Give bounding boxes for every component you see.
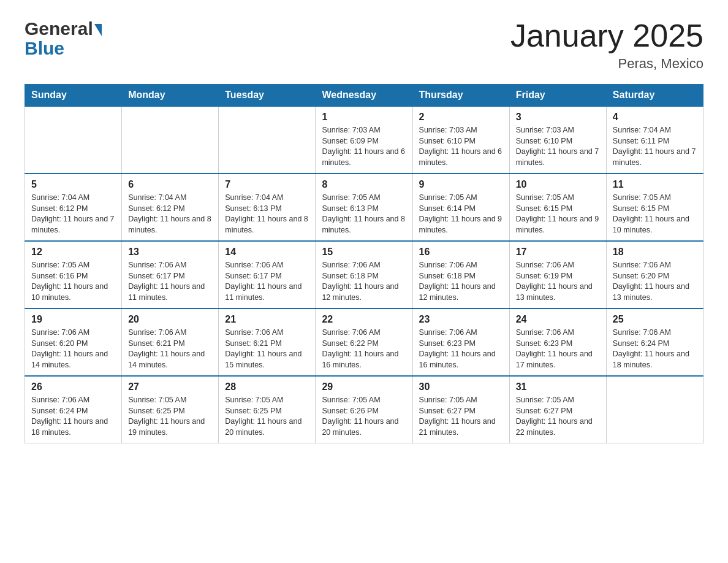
week-row: 5Sunrise: 7:04 AMSunset: 6:12 PMDaylight… [25,174,703,241]
calendar-cell: 7Sunrise: 7:04 AMSunset: 6:13 PMDaylight… [219,174,316,241]
day-number: 13 [128,247,212,258]
calendar-cell: 2Sunrise: 7:03 AMSunset: 6:10 PMDaylight… [412,106,509,174]
day-info: Sunrise: 7:03 AMSunset: 6:10 PMDaylight:… [419,125,503,168]
day-number: 10 [516,179,600,190]
day-number: 2 [419,112,503,123]
day-number: 4 [613,112,697,123]
calendar-cell: 3Sunrise: 7:03 AMSunset: 6:10 PMDaylight… [509,106,606,174]
day-number: 3 [516,112,600,123]
day-number: 25 [613,314,697,325]
day-number: 26 [31,381,115,393]
month-title: January 2025 [510,18,703,53]
day-number: 7 [225,179,309,190]
calendar-cell: 15Sunrise: 7:06 AMSunset: 6:18 PMDayligh… [316,241,412,308]
day-number: 20 [128,314,212,325]
day-info: Sunrise: 7:06 AMSunset: 6:20 PMDaylight:… [31,327,115,370]
calendar-cell: 29Sunrise: 7:05 AMSunset: 6:26 PMDayligh… [316,376,412,443]
day-number: 27 [128,381,212,393]
calendar-cell: 28Sunrise: 7:05 AMSunset: 6:25 PMDayligh… [219,376,316,443]
day-info: Sunrise: 7:05 AMSunset: 6:14 PMDaylight:… [419,193,503,236]
calendar-cell: 8Sunrise: 7:05 AMSunset: 6:13 PMDaylight… [316,174,412,241]
day-info: Sunrise: 7:06 AMSunset: 6:18 PMDaylight:… [322,260,406,303]
day-number: 6 [128,179,212,190]
calendar-cell: 11Sunrise: 7:05 AMSunset: 6:15 PMDayligh… [606,174,703,241]
day-info: Sunrise: 7:06 AMSunset: 6:18 PMDaylight:… [419,260,503,303]
day-info: Sunrise: 7:06 AMSunset: 6:23 PMDaylight:… [516,327,600,370]
calendar-cell: 22Sunrise: 7:06 AMSunset: 6:22 PMDayligh… [316,308,412,376]
calendar-day-header: Thursday [412,85,509,107]
calendar-cell: 14Sunrise: 7:06 AMSunset: 6:17 PMDayligh… [219,241,316,308]
calendar-cell: 5Sunrise: 7:04 AMSunset: 6:12 PMDaylight… [25,174,122,241]
day-number: 31 [516,381,600,393]
calendar-day-header: Sunday [25,85,122,107]
day-number: 5 [31,179,115,190]
day-number: 17 [516,247,600,258]
day-info: Sunrise: 7:05 AMSunset: 6:16 PMDaylight:… [31,260,115,303]
calendar-cell [606,376,703,443]
day-info: Sunrise: 7:06 AMSunset: 6:20 PMDaylight:… [613,260,697,303]
calendar-cell [219,106,316,174]
calendar-cell: 21Sunrise: 7:06 AMSunset: 6:21 PMDayligh… [219,308,316,376]
calendar-day-header: Tuesday [219,85,316,107]
day-number: 9 [419,179,503,190]
calendar-cell: 25Sunrise: 7:06 AMSunset: 6:24 PMDayligh… [606,308,703,376]
calendar-cell: 16Sunrise: 7:06 AMSunset: 6:18 PMDayligh… [412,241,509,308]
calendar-cell: 18Sunrise: 7:06 AMSunset: 6:20 PMDayligh… [606,241,703,308]
day-number: 12 [31,247,115,258]
week-row: 1Sunrise: 7:03 AMSunset: 6:09 PMDaylight… [25,106,703,174]
logo-blue-text: Blue [25,38,64,59]
day-info: Sunrise: 7:06 AMSunset: 6:21 PMDaylight:… [225,327,309,370]
calendar-cell [25,106,122,174]
calendar-cell: 26Sunrise: 7:06 AMSunset: 6:24 PMDayligh… [25,376,122,443]
calendar-day-header: Friday [509,85,606,107]
day-info: Sunrise: 7:05 AMSunset: 6:25 PMDaylight:… [128,395,212,438]
calendar-day-header: Monday [122,85,219,107]
day-info: Sunrise: 7:05 AMSunset: 6:15 PMDaylight:… [613,193,697,236]
day-number: 28 [225,381,309,393]
day-number: 18 [613,247,697,258]
day-info: Sunrise: 7:06 AMSunset: 6:23 PMDaylight:… [419,327,503,370]
day-info: Sunrise: 7:04 AMSunset: 6:11 PMDaylight:… [613,125,697,168]
calendar-cell: 23Sunrise: 7:06 AMSunset: 6:23 PMDayligh… [412,308,509,376]
logo: General Blue [25,18,102,59]
day-number: 19 [31,314,115,325]
day-info: Sunrise: 7:05 AMSunset: 6:25 PMDaylight:… [225,395,309,438]
day-number: 1 [322,112,406,123]
calendar-cell: 20Sunrise: 7:06 AMSunset: 6:21 PMDayligh… [122,308,219,376]
day-number: 15 [322,247,406,258]
day-info: Sunrise: 7:06 AMSunset: 6:19 PMDaylight:… [516,260,600,303]
location-label: Peras, Mexico [510,56,703,72]
calendar-cell: 24Sunrise: 7:06 AMSunset: 6:23 PMDayligh… [509,308,606,376]
calendar-day-header: Saturday [606,85,703,107]
week-row: 19Sunrise: 7:06 AMSunset: 6:20 PMDayligh… [25,308,703,376]
day-info: Sunrise: 7:04 AMSunset: 6:12 PMDaylight:… [128,193,212,236]
calendar-cell: 10Sunrise: 7:05 AMSunset: 6:15 PMDayligh… [509,174,606,241]
calendar-cell: 19Sunrise: 7:06 AMSunset: 6:20 PMDayligh… [25,308,122,376]
calendar-header-row: SundayMondayTuesdayWednesdayThursdayFrid… [25,85,703,107]
day-info: Sunrise: 7:04 AMSunset: 6:13 PMDaylight:… [225,193,309,236]
day-number: 11 [613,179,697,190]
day-info: Sunrise: 7:06 AMSunset: 6:21 PMDaylight:… [128,327,212,370]
calendar-cell: 9Sunrise: 7:05 AMSunset: 6:14 PMDaylight… [412,174,509,241]
calendar-day-header: Wednesday [316,85,412,107]
calendar-cell: 30Sunrise: 7:05 AMSunset: 6:27 PMDayligh… [412,376,509,443]
day-info: Sunrise: 7:06 AMSunset: 6:24 PMDaylight:… [31,395,115,438]
day-info: Sunrise: 7:05 AMSunset: 6:15 PMDaylight:… [516,193,600,236]
day-number: 29 [322,381,406,393]
page-header: General Blue January 2025 Peras, Mexico [25,18,703,72]
calendar-cell: 4Sunrise: 7:04 AMSunset: 6:11 PMDaylight… [606,106,703,174]
calendar-table: SundayMondayTuesdayWednesdayThursdayFrid… [25,84,703,443]
calendar-cell: 13Sunrise: 7:06 AMSunset: 6:17 PMDayligh… [122,241,219,308]
week-row: 12Sunrise: 7:05 AMSunset: 6:16 PMDayligh… [25,241,703,308]
day-number: 16 [419,247,503,258]
day-info: Sunrise: 7:06 AMSunset: 6:17 PMDaylight:… [225,260,309,303]
day-number: 14 [225,247,309,258]
logo-arrow-icon [94,24,102,36]
day-number: 24 [516,314,600,325]
day-number: 23 [419,314,503,325]
calendar-cell: 12Sunrise: 7:05 AMSunset: 6:16 PMDayligh… [25,241,122,308]
day-number: 30 [419,381,503,393]
day-number: 22 [322,314,406,325]
day-info: Sunrise: 7:06 AMSunset: 6:17 PMDaylight:… [128,260,212,303]
day-info: Sunrise: 7:03 AMSunset: 6:10 PMDaylight:… [516,125,600,168]
